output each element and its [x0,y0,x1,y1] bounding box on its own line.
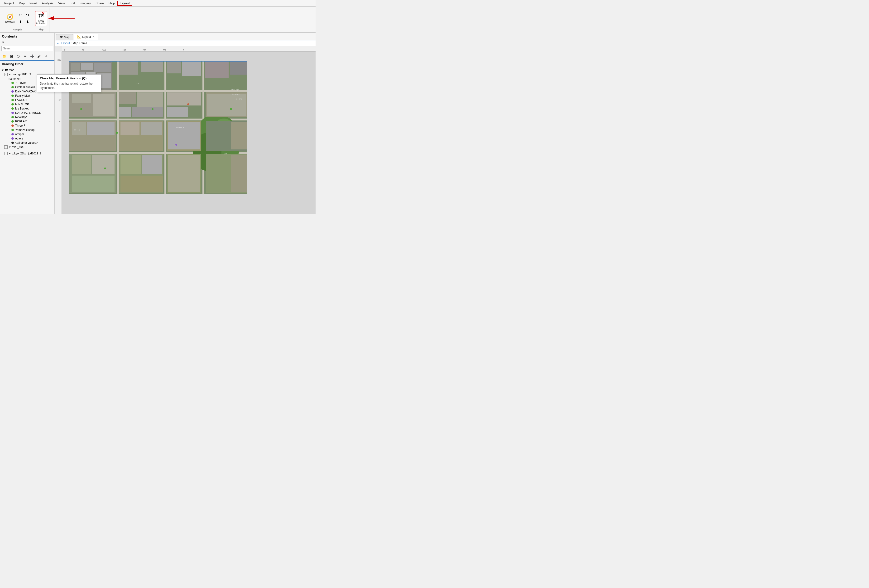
layer-tokyo[interactable]: ▼ tokyo_23ku_jgd2011_9 [0,151,55,156]
svg-point-71 [104,167,106,169]
layer-ministop[interactable]: MINISTOP [0,102,55,107]
svg-rect-30 [167,107,188,117]
dot-daily-yamazaki [12,90,14,93]
layer-newdays[interactable]: NewDays [0,115,55,119]
layer-ampm[interactable]: am/pm [0,132,55,136]
layer-lawson[interactable]: LAWSON [0,98,55,102]
layer-poplar-label: POPLAR [15,120,27,123]
nav-down-button[interactable]: ⬇ [24,19,31,25]
layer-map-group[interactable]: ▼ 🗺 Map [0,68,55,72]
tab-map[interactable]: 🗺 Map [56,34,73,40]
nav-up-button[interactable]: ⬆ [17,19,24,25]
nav-small-group: ↩ ↪ ⬆ ⬇ [17,12,31,25]
layer-three-f[interactable]: Three-F [0,123,55,128]
layer-poplar[interactable]: POPLAR [0,119,55,123]
menu-view[interactable]: View [56,1,67,6]
svg-rect-6 [94,63,111,72]
main-panel: 🗺 Map 📐 Layout ✕ ← Layout : Map Frame 0 … [55,33,316,214]
navigate-label: Navigate [5,21,15,23]
nav-back-button[interactable]: ↩ [17,12,24,18]
breadcrumb-back-btn[interactable]: ← [56,41,60,45]
tb-edit-btn[interactable]: ✏ [22,53,28,59]
tooltip-title: Close Map Frame Activation (Q) [40,77,98,80]
layer-name-en-label: name_en [9,77,21,80]
svg-rect-20 [205,62,228,78]
map-canvas: 0 50 100 150 200 250 3 200 150 100 50 [55,46,316,214]
menu-edit[interactable]: Edit [67,1,77,6]
close-activation-button[interactable]: 🗺 ✕ CloseActivation [35,11,47,26]
svg-rect-19 [182,62,201,76]
svg-rect-13 [117,62,119,194]
nav-forward-button[interactable]: ↪ [24,12,31,18]
breadcrumb-layout-link[interactable]: Layout [61,41,70,45]
river-checkbox[interactable] [4,145,7,149]
cvs-checkbox[interactable]: ✓ [4,73,7,76]
layer-yamazaki-shop[interactable]: Yamazaki shop [0,128,55,132]
tab-map-label: Map [64,36,70,39]
dot-ministop [12,103,14,105]
tb-paint-btn[interactable]: 🖌 [36,53,42,59]
menu-help[interactable]: Help [106,1,117,6]
tb-add-btn[interactable]: ➕ [29,53,35,59]
svg-rect-59 [231,156,247,192]
layer-daily-yamazaki-label: Daily YAMAZAKI [15,90,37,93]
svg-rect-39 [120,122,139,135]
tb-folder-btn[interactable]: 📁 [1,53,7,59]
tb-db-btn[interactable]: 🗄 [8,53,15,59]
dot-others [12,137,14,140]
tab-map-icon: 🗺 [60,36,63,39]
search-input[interactable] [1,46,53,51]
svg-text:NewDays: NewDays [232,93,240,95]
dot-circlek [12,86,14,88]
layer-all-other-label: <all other values> [15,141,38,144]
tb-mask-btn[interactable]: ⬡ [15,53,21,59]
svg-rect-5 [81,63,93,70]
tb-select-btn[interactable]: ↗ [43,53,49,59]
layer-all-other[interactable]: <all other values> [0,141,55,145]
svg-rect-35 [72,122,86,135]
ruler-mark-50: 50 [82,49,85,51]
ruler-top: 0 50 100 150 200 250 3 [62,46,316,52]
ruler-mark-l-200: 200 [58,59,61,61]
svg-point-69 [116,132,118,134]
svg-point-74 [80,108,82,110]
dot-all-other [12,142,14,144]
layer-others-label: others [15,137,23,140]
menu-analysis[interactable]: Analysis [39,1,56,6]
svg-rect-55 [207,93,246,116]
drawing-order-label: Drawing Order [0,61,55,67]
menu-project[interactable]: Project [2,1,16,6]
navigate-button[interactable]: 🧭 Navigate [4,11,16,26]
svg-text:ローソン: ローソン [74,129,81,131]
layer-natural-lawson[interactable]: NATURAL LAWSON [0,111,55,115]
search-bar [0,45,55,52]
layer-cvs-label: cvs_jgd2011_9 [12,73,31,76]
dot-poplar [12,120,14,123]
menu-layout[interactable]: Layout [117,1,132,6]
ribbon: 🧭 Navigate ↩ ↪ ⬆ ⬇ Navigate 🗺 ✕ CloseAct… [0,7,316,33]
layer-river[interactable]: ▼ river_9kei [0,145,55,149]
dot-my-basket [12,107,14,110]
menu-share[interactable]: Share [93,1,106,6]
menu-map[interactable]: Map [16,1,27,6]
navigate-group: 🧭 Navigate ↩ ↪ ⬆ ⬇ Navigate [2,7,33,32]
layer-family-mart[interactable]: Family Mart [0,93,55,98]
svg-rect-29 [132,107,163,117]
layer-others[interactable]: others [0,136,55,141]
menu-imagery[interactable]: Imagery [77,1,93,6]
ruler-mark-l-50: 50 [59,120,61,123]
menu-insert[interactable]: Insert [27,1,40,6]
filter-icon[interactable]: ▼ [1,40,5,44]
map-group-icon: 🗺 [5,68,8,72]
layer-map-label: Map [9,68,14,72]
tab-layout-close[interactable]: ✕ [93,35,95,38]
svg-rect-36 [87,122,114,135]
svg-rect-37 [72,136,114,150]
tab-layout[interactable]: 📐 Layout ✕ [74,34,98,40]
dot-7eleven [12,82,14,84]
dot-three-f [12,124,14,127]
breadcrumb-current: Map Frame [73,41,87,45]
layer-my-basket[interactable]: My Basket [0,107,55,111]
dot-newdays [12,116,14,118]
tokyo-checkbox[interactable] [4,152,7,155]
